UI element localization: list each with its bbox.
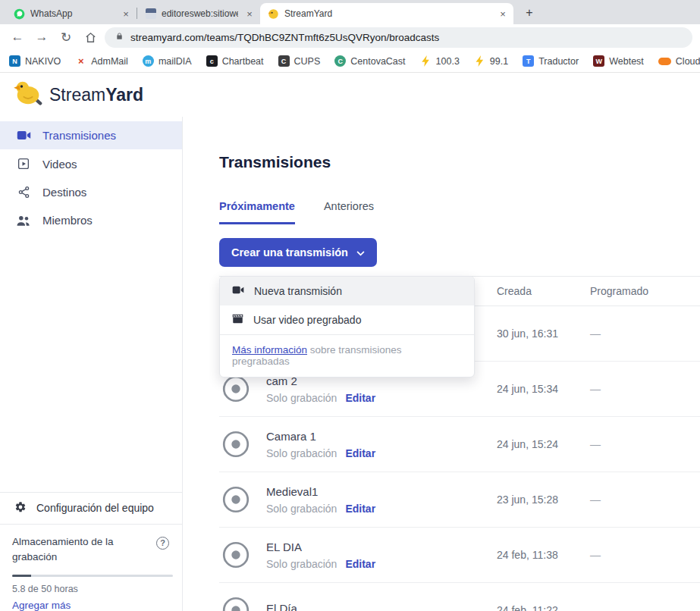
traductor-icon: T <box>523 55 534 67</box>
edit-link[interactable]: Editar <box>345 558 375 570</box>
app-header: StreamYard <box>0 73 700 117</box>
streamyard-logo[interactable]: StreamYard <box>14 80 143 110</box>
reload-button[interactable]: ↻ <box>56 27 76 47</box>
scheduled-cell: — <box>590 604 700 611</box>
storage-usage: 5.8 de 50 horas <box>12 584 170 594</box>
sidebar: Transmisiones Videos Destinos Miembros <box>0 117 183 611</box>
tab-title: StreamYard <box>284 8 491 19</box>
tab-close-icon[interactable]: × <box>243 8 256 20</box>
share-icon <box>16 186 31 199</box>
bookmarks-bar: N NAKIVO × AdmMail m mailDIA c Chartbeat… <box>0 50 700 73</box>
eldia-favicon <box>145 8 156 20</box>
more-info-link[interactable]: Más información <box>232 344 307 356</box>
sidebar-item-videos[interactable]: Videos <box>0 149 182 178</box>
broadcast-subtitle: Solo grabación <box>266 447 337 459</box>
sidebar-item-miembros[interactable]: Miembros <box>0 206 182 234</box>
create-broadcast-button[interactable]: Crear una transmisión <box>219 238 377 267</box>
gear-icon <box>14 501 27 515</box>
broadcast-title: EL DIA <box>266 540 375 553</box>
url-text: streamyard.com/teams/TQDhBC9ZNTmft6z5UsQ… <box>130 32 439 43</box>
bookmark-cloudflare[interactable]: CloudFlare <box>658 56 700 67</box>
sidebar-item-transmisiones[interactable]: Transmisiones <box>0 121 182 149</box>
main-content: Transmisiones Próximamente Anteriores Cr… <box>183 117 700 611</box>
edit-link[interactable]: Editar <box>345 447 375 459</box>
bookmark-maildia[interactable]: m mailDIA <box>143 55 192 67</box>
menu-item-video-pregrabado[interactable]: Usar video pregrabado <box>220 306 474 334</box>
tab-close-icon[interactable]: × <box>120 8 132 20</box>
tab-close-icon[interactable]: × <box>497 8 509 20</box>
broadcast-title: Medieval1 <box>266 485 375 498</box>
cloudflare-icon <box>658 58 671 65</box>
nakivo-icon: N <box>9 55 20 67</box>
broadcast-row[interactable]: Camara 1 Solo grabación Editar 24 jun, 1… <box>219 417 700 472</box>
broadcast-row[interactable]: Medieval1 Solo grabación Editar 23 jun, … <box>219 472 700 528</box>
help-icon[interactable]: ? <box>156 537 169 550</box>
storage-progress-bar <box>12 575 173 577</box>
broadcast-row[interactable]: El Día 24 feb, 11:22 — <box>219 583 700 611</box>
broadcast-subtitle: Solo grabación <box>266 392 337 404</box>
bookmark-traductor[interactable]: T Traductor <box>523 55 579 67</box>
duck-icon <box>14 80 42 110</box>
broadcast-row[interactable]: EL DIA Solo grabación Editar 24 feb, 11:… <box>219 528 700 583</box>
dropdown-footer: Más información sobre transmisiones preg… <box>220 335 474 377</box>
scheduled-cell: — <box>590 383 700 395</box>
brand-text: StreamYard <box>49 85 143 105</box>
browser-tab-strip: WhatsApp × editoresweb:sitioweb:eldia.co… <box>0 0 700 24</box>
bookmark-admmail[interactable]: × AdmMail <box>75 55 128 67</box>
record-icon <box>219 594 253 611</box>
column-programado: Programado <box>590 285 700 297</box>
streamyard-favicon <box>268 8 279 20</box>
created-cell: 30 jun, 16:31 <box>497 327 590 340</box>
team-settings-button[interactable]: Configuración del equipo <box>0 492 182 524</box>
broadcast-tabs: Próximamente Anteriores <box>219 200 700 224</box>
clapperboard-icon <box>232 313 243 327</box>
video-library-icon <box>16 157 31 171</box>
back-button[interactable]: ← <box>8 27 27 47</box>
storage-progress-fill <box>12 575 31 577</box>
column-created: Creada <box>497 285 590 297</box>
broadcast-title: Camara 1 <box>266 430 375 443</box>
bookmark-cups[interactable]: C CUPS <box>278 55 321 67</box>
lightning-icon <box>474 55 485 67</box>
menu-item-nueva-transmision[interactable]: Nueva transmisión <box>220 277 474 306</box>
forward-button[interactable]: → <box>32 27 52 47</box>
camera-icon <box>232 285 244 297</box>
bookmark-chartbeat[interactable]: c Chartbeat <box>206 55 264 67</box>
chartbeat-icon: c <box>206 55 218 67</box>
scheduled-cell: — <box>590 549 700 561</box>
browser-tab-whatsapp[interactable]: WhatsApp × <box>6 3 137 24</box>
bookmark-100-3[interactable]: 100.3 <box>420 55 460 67</box>
bookmark-centovacast[interactable]: C CentovaCast <box>334 55 405 67</box>
sidebar-item-destinos[interactable]: Destinos <box>0 178 182 206</box>
broadcast-subtitle: Solo grabación <box>266 558 337 570</box>
address-bar: ← → ↻ streamyard.com/teams/TQDhBC9ZNTmft… <box>0 24 700 50</box>
scheduled-cell: — <box>590 438 700 450</box>
broadcast-subtitle: Solo grabación <box>266 503 337 515</box>
new-tab-button[interactable]: + <box>520 3 539 23</box>
scheduled-cell: — <box>590 494 700 506</box>
centovacast-icon: C <box>334 55 346 67</box>
record-icon <box>219 483 253 516</box>
bookmark-99-1[interactable]: 99.1 <box>474 55 508 67</box>
bookmark-webtest[interactable]: W Webtest <box>593 55 644 67</box>
browser-tab-streamyard[interactable]: StreamYard × <box>260 3 513 24</box>
add-more-link[interactable]: Agregar más <box>12 600 170 611</box>
lightning-icon <box>420 55 432 67</box>
created-cell: 24 jun, 15:34 <box>497 383 590 395</box>
url-input[interactable]: streamyard.com/teams/TQDhBC9ZNTmft6z5UsQ… <box>105 27 692 48</box>
home-button[interactable] <box>80 27 100 47</box>
bookmark-nakivo[interactable]: N NAKIVO <box>9 55 61 67</box>
lock-icon <box>115 31 124 43</box>
edit-link[interactable]: Editar <box>345 392 375 404</box>
created-cell: 24 jun, 15:24 <box>497 438 590 450</box>
tab-proximamente[interactable]: Próximamente <box>219 200 295 224</box>
tab-title: editoresweb:sitioweb:eldia.co <box>162 8 238 19</box>
webtest-icon: W <box>593 55 604 67</box>
browser-tab-editoresweb[interactable]: editoresweb:sitioweb:eldia.co × <box>137 3 260 24</box>
page-title: Transmisiones <box>219 153 700 171</box>
people-icon <box>16 215 31 227</box>
edit-link[interactable]: Editar <box>345 503 375 515</box>
storage-section: Almacenamiento de la grabación ? 5.8 de … <box>0 524 182 611</box>
tab-anteriores[interactable]: Anteriores <box>324 200 374 224</box>
tab-title: WhatsApp <box>30 8 115 19</box>
